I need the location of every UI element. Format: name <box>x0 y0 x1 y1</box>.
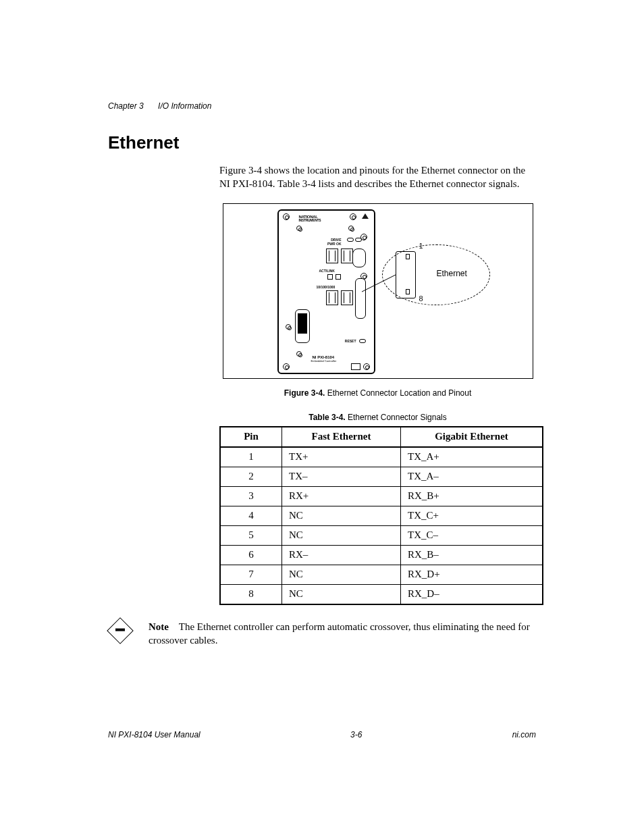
triangle-icon <box>362 213 369 219</box>
table-row: 4 NC TX_C+ <box>220 506 543 525</box>
svg-line-0 <box>362 275 396 292</box>
cell-pin: 6 <box>220 545 282 565</box>
footer-left: NI PXI-8104 User Manual <box>108 730 200 739</box>
screw-icon <box>363 363 370 370</box>
cell-pin: 2 <box>220 467 282 486</box>
section-heading: Ethernet <box>108 132 536 153</box>
ethernet-port-icon <box>341 290 353 305</box>
table-row: 6 RX– RX_B– <box>220 545 543 565</box>
table-row: 2 TX– TX_A– <box>220 467 543 486</box>
page: Chapter 3 I/O Information Ethernet Figur… <box>0 0 644 834</box>
usb-port-icon <box>326 249 338 263</box>
cell-gig: RX_D+ <box>401 565 543 584</box>
connector-icon <box>351 363 360 370</box>
screw-icon <box>296 226 302 231</box>
cell-pin: 4 <box>220 506 282 525</box>
table-row: 7 NC RX_D+ <box>220 565 543 584</box>
intro-paragraph: Figure 3-4 shows the location and pinout… <box>219 163 536 191</box>
brand-label: NATIONAL INSTRUMENTS <box>299 215 321 222</box>
screw-icon <box>286 324 291 330</box>
hw-label: RESET <box>345 339 356 343</box>
cell-pin: 7 <box>220 565 282 584</box>
cell-pin: 8 <box>220 584 282 604</box>
cell-fast: TX– <box>282 467 401 486</box>
serial-port-icon <box>352 249 366 267</box>
hw-label: PWR OK <box>327 242 342 246</box>
table-row: 1 TX+ TX_A+ <box>220 447 543 467</box>
hw-label: ACT/LINK <box>319 269 335 273</box>
figure-caption: Figure 3-4. Ethernet Connector Location … <box>219 388 536 398</box>
callout-pin-8: 8 <box>419 294 423 303</box>
screw-icon <box>296 351 302 357</box>
col-fast: Fast Ethernet <box>282 427 401 447</box>
col-gig: Gigabit Ethernet <box>401 427 543 447</box>
figure-caption-rest: Ethernet Connector Location and Pinout <box>327 388 471 398</box>
cell-fast: TX+ <box>282 447 401 467</box>
dvi-port-icon <box>298 313 307 334</box>
cell-pin: 3 <box>220 486 282 506</box>
model-sublabel: Embedded Controller <box>311 359 337 363</box>
led-icon <box>355 238 362 242</box>
chapter-label: Chapter 3 <box>108 101 144 111</box>
usb-port-icon <box>341 249 353 263</box>
cell-gig: TX_A– <box>401 467 543 486</box>
note-lead: Note <box>149 621 169 632</box>
cell-gig: TX_C– <box>401 525 543 545</box>
screw-icon <box>283 213 290 220</box>
figure-block: NATIONAL INSTRUMENTS DRIVE PWR OK ACT/LI… <box>219 203 536 605</box>
device-faceplate: NATIONAL INSTRUMENTS DRIVE PWR OK ACT/LI… <box>277 209 375 374</box>
cell-fast: NC <box>282 506 401 525</box>
led-icon <box>336 274 341 280</box>
cell-fast: NC <box>282 565 401 584</box>
callout-label: Ethernet <box>437 269 467 278</box>
ethernet-port-icon <box>326 290 338 305</box>
cell-gig: RX_B– <box>401 545 543 565</box>
signals-table: Pin Fast Ethernet Gigabit Ethernet 1 TX+… <box>219 426 543 605</box>
screw-icon <box>283 363 290 370</box>
cell-fast: RX+ <box>282 486 401 506</box>
table-header-row: Pin Fast Ethernet Gigabit Ethernet <box>220 427 543 447</box>
pencil-icon <box>115 628 125 631</box>
cell-gig: RX_B+ <box>401 486 543 506</box>
leader-line <box>362 275 399 295</box>
table-caption-lead: Table 3-4. <box>308 413 345 422</box>
col-pin: Pin <box>220 427 282 447</box>
cell-gig: RX_D– <box>401 584 543 604</box>
running-header: Chapter 3 I/O Information <box>108 101 536 111</box>
chapter-title: I/O Information <box>158 101 211 111</box>
ethernet-pin-top <box>406 254 410 259</box>
footer-center: 3-6 <box>350 730 362 739</box>
cell-fast: RX– <box>282 545 401 565</box>
cell-fast: NC <box>282 525 401 545</box>
table-caption: Table 3-4. Ethernet Connector Signals <box>219 413 536 422</box>
cell-gig: TX_A+ <box>401 447 543 467</box>
cell-gig: TX_C+ <box>401 506 543 525</box>
figure-caption-lead: Figure 3-4. <box>284 388 325 398</box>
led-icon <box>347 238 354 242</box>
reset-button-icon <box>359 339 366 343</box>
table-row: 3 RX+ RX_B+ <box>220 486 543 506</box>
table-row: 5 NC TX_C– <box>220 525 543 545</box>
note-icon <box>107 617 134 644</box>
table-row: 8 NC RX_D– <box>220 584 543 604</box>
led-icon <box>327 274 333 280</box>
note-body: The Ethernet controller can perform auto… <box>149 621 530 646</box>
brand-bottom: INSTRUMENTS <box>299 219 321 222</box>
callout-pin-1: 1 <box>419 242 423 250</box>
cell-pin: 5 <box>220 525 282 545</box>
note-block: Note The Ethernet controller can perform… <box>108 620 536 648</box>
note-icon-wrap <box>108 620 149 640</box>
page-footer: NI PXI-8104 User Manual 3-6 ni.com <box>108 730 536 739</box>
hw-label: 10/100/1000 <box>317 285 336 289</box>
footer-right: ni.com <box>512 730 536 739</box>
note-text: Note The Ethernet controller can perform… <box>149 620 536 648</box>
cell-fast: NC <box>282 584 401 604</box>
table-caption-rest: Ethernet Connector Signals <box>348 413 447 422</box>
screw-icon <box>350 213 356 220</box>
cell-pin: 1 <box>220 447 282 467</box>
ethernet-pin-bottom <box>406 289 410 294</box>
screw-icon <box>348 226 354 231</box>
figure-frame: NATIONAL INSTRUMENTS DRIVE PWR OK ACT/LI… <box>223 203 533 379</box>
